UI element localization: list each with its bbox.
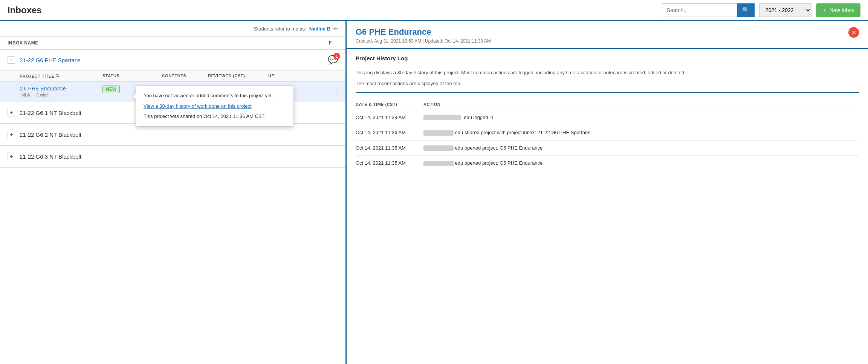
refer-bar: Students refer to me as: Nadine B ✏ (0, 21, 345, 37)
project-col-headers: PROJECT TITLE ⇅ STATUS CONTENTS REVIEWED… (0, 70, 345, 82)
history-table: DATE & TIME (CST) ACTION Oct 14, 2021 11… (356, 99, 859, 171)
search-wrapper: 🔍 (662, 3, 755, 17)
history-row: Oct 14, 2021 11:35 AM edu opened project… (356, 156, 859, 171)
history-col-action-header: ACTION (423, 99, 859, 110)
history-action-2: edu opened project: G6 PHE Endurance (423, 140, 859, 156)
history-row: Oct 14, 2021 11:35 AM edu opened project… (356, 140, 859, 156)
right-panel-header: G6 PHE Endurance Created: Aug 31, 2021 1… (347, 21, 868, 49)
pcol-status-header: STATUS (102, 73, 140, 78)
rp-project-meta: Created: Aug 31, 2021 10:59 AM | Updated… (356, 38, 491, 44)
history-log-desc1: This log displays a 30-day history of th… (356, 69, 859, 77)
year-select[interactable]: 2021 - 2022 (759, 3, 811, 17)
history-row: Oct 14, 2021 11:36 AM edu shared project… (356, 125, 859, 141)
rp-close-button[interactable]: ✕ (848, 27, 859, 38)
project-title-area: G6 PHE Endurance MLA Junior (20, 86, 102, 98)
project-tags: MLA Junior (20, 92, 102, 98)
plus-icon: ＋ (822, 7, 827, 14)
history-log-section: Project History Log This log displays a … (347, 49, 868, 177)
inbox-row-spartans: − 21-22 G6 PHE Spartans 💬 1 PROJECT TITL… (0, 50, 345, 102)
redacted-text (423, 161, 454, 166)
inbox-name-g63: 21-22 G6.3 NT Blackbelt (20, 153, 81, 160)
inbox-toggle-g63[interactable]: + (8, 153, 15, 160)
history-action-1: edu shared project with project inbox: 2… (423, 125, 859, 141)
edit-icon[interactable]: ✏ (333, 26, 338, 32)
redacted-text (423, 130, 454, 136)
left-panel: Students refer to me as: Nadine B ✏ INBO… (0, 21, 347, 364)
inbox-name-spartans[interactable]: 21-22 G6 PHE Spartans (20, 57, 81, 63)
tooltip-share-info: This project was shared on Oct 14, 2021 … (144, 113, 286, 120)
tag-mla: MLA (20, 92, 32, 98)
inbox-flag-header: F (323, 40, 338, 46)
inbox-toggle-spartans[interactable]: − (8, 56, 15, 64)
inbox-row-header-g62[interactable]: + 21-22 G6.2 NT Blackbelt (0, 124, 345, 145)
rp-project-title: G6 PHE Endurance (356, 27, 491, 37)
history-row: Oct 14, 2021 11:39 AM .edu logged in (356, 110, 859, 125)
history-log-title: Project History Log (356, 55, 859, 64)
history-date-0: Oct 14, 2021 11:39 AM (356, 110, 423, 125)
pcol-updated-header: UP (268, 73, 338, 78)
history-log-desc2: The most recent actions are displayed at… (356, 81, 859, 86)
right-panel: G6 PHE Endurance Created: Aug 31, 2021 1… (347, 21, 868, 364)
tooltip-arrow-inner (133, 93, 137, 99)
history-date-3: Oct 14, 2021 11:35 AM (356, 156, 423, 171)
refer-name-link[interactable]: Nadine B (309, 26, 330, 32)
inbox-toggle-g62[interactable]: + (8, 131, 15, 138)
refer-label: Students refer to me as: (254, 26, 306, 32)
pcol-title-header: PROJECT TITLE ⇅ (20, 73, 102, 78)
history-date-1: Oct 14, 2021 11:36 AM (356, 125, 423, 141)
status-badge-new: NEW (102, 86, 120, 93)
redacted-text (423, 115, 461, 120)
pcol-contents-header: CONTENTS (140, 73, 208, 78)
history-action-0: .edu logged in (423, 110, 859, 125)
history-divider (356, 92, 859, 93)
search-input[interactable] (662, 3, 737, 17)
inbox-row-g62: + 21-22 G6.2 NT Blackbelt (0, 124, 345, 146)
inbox-row-header-spartans[interactable]: − 21-22 G6 PHE Spartans 💬 1 (0, 50, 345, 70)
project-status: NEW (102, 86, 140, 93)
tooltip-message: You have not viewed or added comments to… (144, 92, 286, 99)
rp-title-area: G6 PHE Endurance Created: Aug 31, 2021 1… (356, 27, 491, 44)
inbox-name-header: INBOX NAME (8, 40, 323, 46)
tooltip-history-link[interactable]: View a 30-day history of work done on th… (144, 102, 286, 110)
history-date-2: Oct 14, 2021 11:35 AM (356, 140, 423, 156)
page-title: Inboxes (8, 5, 42, 15)
project-row-g6phe[interactable]: G6 PHE Endurance MLA Junior NEW 10 | ⋮ (0, 82, 345, 102)
search-button[interactable]: 🔍 (737, 3, 755, 17)
project-title-link[interactable]: G6 PHE Endurance (20, 86, 66, 92)
redacted-text (423, 145, 454, 151)
tag-junior: Junior (35, 92, 50, 98)
inbox-row-g63: + 21-22 G6.3 NT Blackbelt (0, 146, 345, 168)
history-col-date-header: DATE & TIME (CST) (356, 99, 423, 110)
notification-badge-spartans: 1 (333, 53, 340, 60)
chat-bubble-spartans[interactable]: 💬 1 (328, 55, 338, 65)
inbox-row-header-g63[interactable]: + 21-22 G6.3 NT Blackbelt (0, 146, 345, 167)
inbox-name-g62: 21-22 G6.2 NT Blackbelt (20, 132, 81, 138)
project-menu-icon[interactable]: ⋮ (333, 86, 339, 95)
inbox-toggle-g61[interactable]: + (8, 109, 15, 116)
project-tooltip-popup: You have not viewed or added comments to… (136, 86, 294, 127)
inbox-name-g61: 21-22 G6.1 NT Blackbelt (20, 110, 81, 116)
new-inbox-label: New Inbox (830, 7, 854, 13)
sort-icon[interactable]: ⇅ (56, 73, 60, 78)
inbox-column-header: INBOX NAME F (0, 37, 345, 50)
history-action-3: edu opened project: G6 PHE Endurance (423, 156, 859, 171)
new-inbox-button[interactable]: ＋ New Inbox (816, 3, 860, 17)
pcol-reviewed-header: REVIEWED (CST) (208, 73, 268, 78)
